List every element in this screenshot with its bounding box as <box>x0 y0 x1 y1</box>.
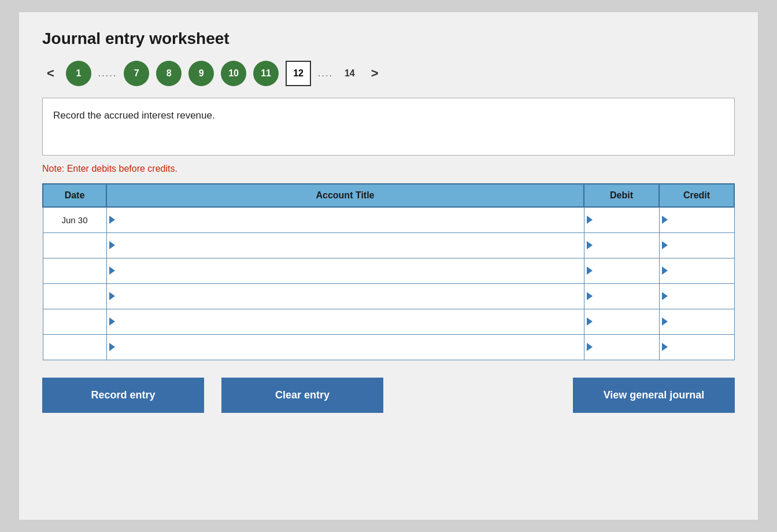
triangle-icon <box>587 317 593 326</box>
date-cell-4 <box>43 283 106 309</box>
prev-arrow[interactable]: < <box>42 64 59 83</box>
triangle-icon <box>662 343 668 351</box>
account-cell-2[interactable] <box>106 232 584 258</box>
debit-input-3[interactable] <box>588 258 656 283</box>
credit-input-4[interactable] <box>663 284 731 309</box>
triangle-icon <box>662 267 668 275</box>
date-cell-6 <box>43 334 106 360</box>
triangle-icon <box>109 267 115 275</box>
triangle-icon <box>109 317 115 326</box>
account-input-6[interactable] <box>110 335 580 360</box>
next-arrow[interactable]: > <box>367 64 383 83</box>
credit-cell-1[interactable] <box>659 207 734 232</box>
triangle-icon <box>587 267 593 275</box>
account-input-4[interactable] <box>110 284 580 309</box>
debit-cell-6[interactable] <box>584 334 659 360</box>
clear-entry-button[interactable]: Clear entry <box>221 378 383 413</box>
pagination: < 1 ..... 7 8 9 10 11 12 .... 14 > <box>42 61 735 86</box>
page-8[interactable]: 8 <box>156 61 182 86</box>
triangle-icon <box>662 241 668 249</box>
account-input-2[interactable] <box>110 233 580 258</box>
buttons-row: Record entry Clear entry View general jo… <box>42 378 735 413</box>
table-row: Jun 30 <box>43 207 734 232</box>
page-14[interactable]: 14 <box>340 66 360 81</box>
page-12-current[interactable]: 12 <box>286 61 311 86</box>
instruction-box: Record the accrued interest revenue. <box>42 98 735 156</box>
table-row <box>43 309 734 334</box>
dots-left: ..... <box>98 68 117 79</box>
credit-input-1[interactable] <box>663 208 731 232</box>
page-title: Journal entry worksheet <box>42 29 735 48</box>
date-cell-2 <box>43 232 106 258</box>
table-row <box>43 283 734 309</box>
debit-cell-3[interactable] <box>584 258 659 283</box>
journal-table: Date Account Title Debit Credit Jun 30 <box>42 183 735 360</box>
credit-input-2[interactable] <box>663 233 731 258</box>
worksheet-container: Journal entry worksheet < 1 ..... 7 8 9 … <box>18 12 758 520</box>
triangle-icon <box>587 241 593 249</box>
triangle-icon <box>662 292 668 300</box>
instruction-text: Record the accrued interest revenue. <box>53 110 215 121</box>
debit-cell-5[interactable] <box>584 309 659 334</box>
triangle-icon <box>109 343 115 351</box>
credit-cell-4[interactable] <box>659 283 734 309</box>
account-input-1[interactable] <box>110 208 580 232</box>
date-cell-3 <box>43 258 106 283</box>
page-11[interactable]: 11 <box>253 61 279 86</box>
header-account: Account Title <box>106 184 584 207</box>
account-cell-1[interactable] <box>106 207 584 232</box>
triangle-icon <box>109 241 115 249</box>
credit-cell-5[interactable] <box>659 309 734 334</box>
date-cell-1: Jun 30 <box>43 207 106 232</box>
credit-cell-2[interactable] <box>659 232 734 258</box>
credit-input-5[interactable] <box>663 309 731 334</box>
date-cell-5 <box>43 309 106 334</box>
triangle-icon <box>587 216 593 224</box>
account-cell-6[interactable] <box>106 334 584 360</box>
debit-input-4[interactable] <box>588 284 656 309</box>
page-7[interactable]: 7 <box>124 61 149 86</box>
debit-input-1[interactable] <box>588 208 656 232</box>
credit-input-3[interactable] <box>663 258 731 283</box>
table-row <box>43 334 734 360</box>
header-date: Date <box>43 184 106 207</box>
dots-right: .... <box>318 68 333 79</box>
account-cell-5[interactable] <box>106 309 584 334</box>
view-general-journal-button[interactable]: View general journal <box>573 378 735 413</box>
header-debit: Debit <box>584 184 659 207</box>
page-10[interactable]: 10 <box>221 61 246 86</box>
account-input-3[interactable] <box>110 258 580 283</box>
credit-input-6[interactable] <box>663 335 731 360</box>
record-entry-button[interactable]: Record entry <box>42 378 204 413</box>
account-cell-4[interactable] <box>106 283 584 309</box>
page-9[interactable]: 9 <box>188 61 214 86</box>
debit-input-5[interactable] <box>588 309 656 334</box>
account-cell-3[interactable] <box>106 258 584 283</box>
triangle-icon <box>587 292 593 300</box>
table-row <box>43 232 734 258</box>
page-1[interactable]: 1 <box>66 61 91 86</box>
header-credit: Credit <box>659 184 734 207</box>
debit-cell-1[interactable] <box>584 207 659 232</box>
note-text: Note: Enter debits before credits. <box>42 164 735 174</box>
credit-cell-3[interactable] <box>659 258 734 283</box>
triangle-icon <box>109 292 115 300</box>
account-input-5[interactable] <box>110 309 580 334</box>
table-row <box>43 258 734 283</box>
debit-input-2[interactable] <box>588 233 656 258</box>
debit-cell-2[interactable] <box>584 232 659 258</box>
credit-cell-6[interactable] <box>659 334 734 360</box>
debit-cell-4[interactable] <box>584 283 659 309</box>
triangle-icon <box>109 216 115 224</box>
debit-input-6[interactable] <box>588 335 656 360</box>
triangle-icon <box>662 216 668 224</box>
triangle-icon <box>662 317 668 326</box>
triangle-icon <box>587 343 593 351</box>
